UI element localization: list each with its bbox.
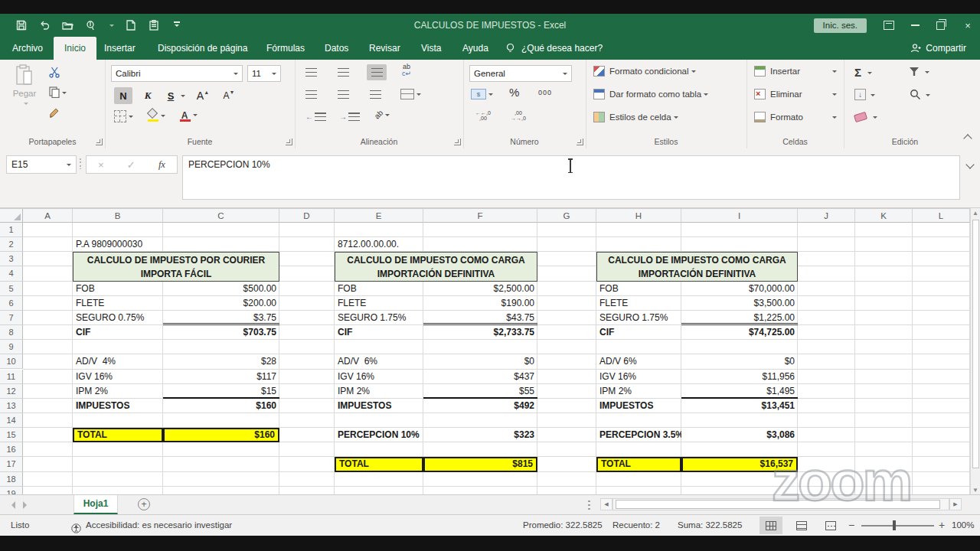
row-header-11[interactable]: 11: [0, 370, 23, 384]
cell-E6[interactable]: FLETE: [335, 296, 423, 311]
save-icon[interactable]: [15, 19, 28, 31]
accounting-format-button[interactable]: $: [471, 89, 493, 99]
customize-qat-icon[interactable]: [171, 19, 183, 31]
touch-mode-dropdown-icon[interactable]: [109, 24, 114, 29]
namebox-resize-handle[interactable]: [80, 158, 81, 169]
cell-F8[interactable]: $2,733.75: [423, 325, 537, 340]
cell-F11[interactable]: $437: [423, 370, 537, 384]
format-painter-button[interactable]: [49, 107, 60, 119]
cell-C12[interactable]: $15: [163, 384, 279, 399]
cell-F10[interactable]: $0: [423, 354, 537, 369]
font-name-select[interactable]: Calibri: [111, 65, 243, 82]
cell-I17[interactable]: $16,537: [681, 457, 798, 471]
cell-B2[interactable]: P.A 9809000030: [73, 237, 163, 252]
grow-font-button[interactable]: A▲: [194, 87, 212, 104]
cell-F13[interactable]: $492: [423, 399, 537, 413]
col-header-B[interactable]: B: [73, 209, 163, 223]
cell-I12[interactable]: $1,495: [681, 384, 798, 399]
row-header-9[interactable]: 9: [0, 340, 23, 354]
expand-formula-bar-icon[interactable]: [965, 160, 974, 168]
cell-I13[interactable]: $13,451: [681, 399, 798, 413]
cell-F7[interactable]: $43.75: [423, 311, 537, 325]
cell-F12[interactable]: $55: [423, 384, 537, 399]
alineacion-dialog-launcher[interactable]: [454, 139, 461, 145]
confirm-entry-icon[interactable]: ✓: [127, 159, 136, 171]
orientation-button[interactable]: ab: [374, 110, 390, 119]
cell-I10[interactable]: $0: [681, 354, 798, 369]
new-sheet-button[interactable]: +: [138, 498, 150, 510]
hscroll-right-icon[interactable]: ▶: [949, 498, 962, 510]
formula-input[interactable]: PERCEPCION 10%: [182, 155, 960, 200]
sheet-tab-hoja1[interactable]: Hoja1: [74, 495, 118, 514]
tell-me-search[interactable]: ¿Qué desea hacer?: [505, 37, 603, 60]
cell-E8[interactable]: CIF: [335, 325, 423, 340]
cell-I8[interactable]: $74,725.00: [681, 325, 798, 340]
row-header-18[interactable]: 18: [0, 472, 23, 487]
tab-splitter-handle[interactable]: [588, 500, 590, 510]
cell-F6[interactable]: $190.00: [423, 296, 537, 311]
fill-button[interactable]: ↓: [854, 89, 875, 100]
delete-cells-button[interactable]: × Eliminar: [754, 89, 837, 99]
bold-button[interactable]: N: [114, 87, 132, 104]
cell-B10[interactable]: AD/V 4%: [73, 354, 163, 369]
row-header-15[interactable]: 15: [0, 428, 23, 442]
cell-E10[interactable]: AD/V 6%: [335, 354, 423, 369]
row-header-7[interactable]: 7: [0, 311, 23, 325]
paste-button[interactable]: Pegar: [8, 64, 41, 124]
align-left-button[interactable]: [305, 90, 317, 99]
col-header-C[interactable]: C: [163, 209, 279, 223]
col-header-F[interactable]: F: [423, 209, 537, 223]
cell-H10[interactable]: AD/V 6%: [596, 354, 681, 369]
cell-H6[interactable]: FLETE: [596, 296, 681, 311]
vertical-scroll-thumb[interactable]: [972, 220, 979, 468]
cell-E15[interactable]: PERCEPCION 10%: [335, 428, 423, 442]
cell-I7[interactable]: $1,225.00: [681, 311, 798, 325]
insert-cells-button[interactable]: Insertar: [754, 66, 837, 77]
cell-B13[interactable]: IMPUESTOS: [73, 399, 163, 413]
col-header-H[interactable]: H: [596, 209, 681, 223]
zoom-in-button[interactable]: +: [939, 515, 945, 536]
tab-vista[interactable]: Vista: [416, 37, 446, 60]
next-sheet-icon[interactable]: [23, 501, 31, 509]
cell-H13[interactable]: IMPUESTOS: [596, 399, 681, 413]
autosum-button[interactable]: Σ: [854, 66, 872, 79]
zoom-slider-thumb[interactable]: [893, 520, 896, 530]
prev-sheet-icon[interactable]: [8, 501, 15, 509]
cell-E2[interactable]: 8712.00.00.00.: [335, 237, 423, 252]
cell-I11[interactable]: $11,956: [681, 370, 798, 384]
zoom-slider-track[interactable]: [861, 525, 934, 527]
font-color-button[interactable]: A: [178, 108, 198, 122]
cut-button[interactable]: [49, 67, 60, 78]
vertical-scrollbar[interactable]: ▲ ▼: [970, 208, 980, 496]
close-icon[interactable]: ×: [962, 20, 974, 31]
cell-E5[interactable]: FOB: [335, 282, 423, 296]
sign-in-button[interactable]: Inic. ses.: [814, 18, 867, 33]
percent-style-button[interactable]: %: [509, 86, 519, 99]
normal-view-button[interactable]: [760, 517, 782, 534]
cancel-entry-icon[interactable]: ×: [98, 159, 104, 171]
cell-E13[interactable]: IMPUESTOS: [335, 399, 423, 413]
cell-H3[interactable]: CALCULO DE IMPUESTO COMO CARGA IMPORTACI…: [596, 252, 798, 281]
tab-ayuda[interactable]: Ayuda: [458, 37, 493, 60]
tab-disposicion[interactable]: Disposición de página: [153, 37, 252, 60]
align-center-button[interactable]: [338, 90, 349, 99]
col-header-D[interactable]: D: [279, 209, 335, 223]
numero-dialog-launcher[interactable]: [577, 139, 583, 145]
align-bottom-button[interactable]: [367, 64, 387, 80]
borders-button[interactable]: [114, 110, 133, 122]
underline-dropdown-icon[interactable]: [181, 95, 185, 99]
tab-archivo[interactable]: Archivo: [8, 37, 47, 60]
fill-color-button[interactable]: [146, 109, 165, 122]
name-box[interactable]: E15: [6, 155, 77, 174]
cell-C7[interactable]: $3.75: [163, 311, 279, 325]
cell-B5[interactable]: FOB: [73, 282, 163, 296]
cell-H15[interactable]: PERCEPCION 3.5%: [596, 428, 681, 442]
cell-styles-button[interactable]: Estilos de celda: [593, 112, 678, 122]
hscroll-left-icon[interactable]: ◀: [600, 498, 612, 510]
cell-B12[interactable]: IPM 2%: [73, 384, 163, 399]
row-header-8[interactable]: 8: [0, 325, 23, 340]
merge-center-button[interactable]: [400, 89, 421, 99]
cell-E12[interactable]: IPM 2%: [335, 384, 423, 399]
restore-icon[interactable]: [936, 21, 945, 30]
cell-C13[interactable]: $160: [163, 399, 279, 413]
